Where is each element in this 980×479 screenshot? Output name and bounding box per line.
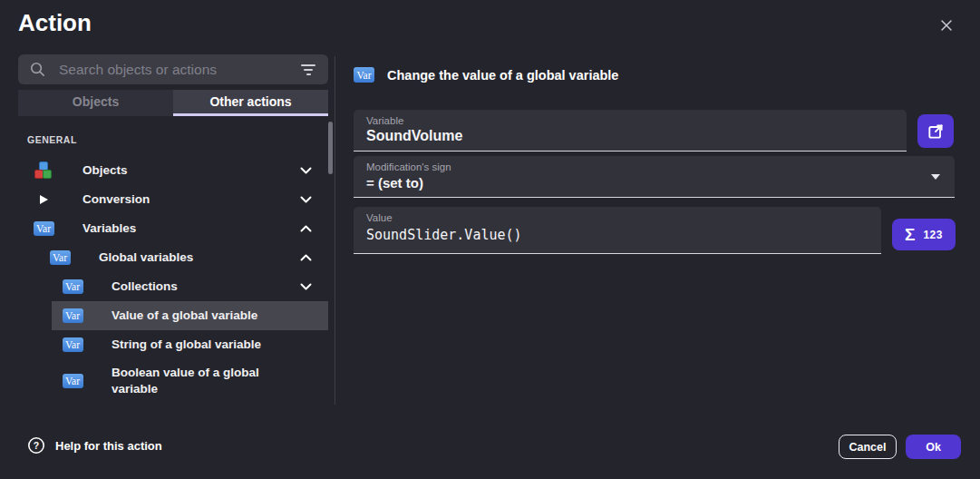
chevron-down-icon[interactable] (300, 196, 312, 203)
tab-other-actions[interactable]: Other actions (173, 90, 328, 116)
tree-item-label: Collections (112, 279, 178, 295)
tree-item-label: String of a global variable (112, 337, 261, 353)
chevron-down-icon[interactable] (300, 283, 312, 290)
var-icon: Var (50, 250, 71, 265)
modification-sign-select[interactable]: Modification's sign = (set to) (354, 156, 955, 198)
tree-item-variables[interactable]: Var Variables (18, 214, 328, 243)
chevron-down-icon[interactable] (300, 167, 312, 174)
variable-input[interactable] (366, 126, 894, 144)
tree-item-label: Conversion (82, 191, 150, 208)
sigma-icon: Σ (905, 226, 915, 243)
help-link[interactable]: ? Help for this action (27, 436, 162, 455)
filter-icon[interactable] (299, 61, 317, 79)
panel-divider (335, 56, 335, 405)
var-icon: Var (354, 67, 374, 83)
search-icon (29, 61, 46, 78)
action-title: Change the value of a global variable (387, 68, 618, 83)
tree-item-value-of-global-variable[interactable]: Var Value of a global variable (18, 301, 328, 330)
variable-field-label: Variable (366, 115, 894, 126)
modification-sign-value: = (set to) (366, 172, 942, 191)
objects-cubes-icon (33, 161, 54, 180)
tree-item-string-of-global-variable[interactable]: Var String of a global variable (18, 330, 328, 359)
scrollbar[interactable] (328, 122, 333, 174)
tab-objects[interactable]: Objects (18, 90, 173, 116)
tree-item-label: Variables (82, 220, 136, 237)
close-button[interactable] (934, 13, 959, 38)
open-variables-button[interactable] (917, 114, 954, 148)
actions-tree: GENERAL Objects Conversion Var Variables… (18, 134, 328, 403)
action-header: Var Change the value of a global variabl… (354, 67, 618, 83)
chevron-up-icon[interactable] (300, 254, 312, 261)
page-title: Action (18, 9, 92, 37)
ok-button[interactable]: Ok (906, 435, 961, 459)
value-expression-input[interactable] (366, 223, 868, 243)
expression-123-label: 123 (923, 229, 943, 241)
tree-item-label: Value of a global variable (112, 308, 257, 324)
value-field: Value (354, 207, 881, 254)
search-bar (18, 54, 328, 84)
expression-builder-button[interactable]: Σ 123 (892, 219, 956, 250)
value-field-label: Value (366, 212, 868, 223)
tree-item-label: Objects (82, 162, 128, 179)
variable-field: Variable (354, 110, 907, 152)
tree-item-conversion[interactable]: Conversion (18, 185, 328, 214)
tab-bar: Objects Other actions (18, 90, 328, 116)
tree-item-objects[interactable]: Objects (18, 156, 328, 185)
close-icon (937, 16, 956, 34)
var-icon: Var (63, 279, 83, 294)
svg-text:?: ? (34, 440, 39, 451)
triangle-right-icon (33, 195, 54, 204)
tree-item-collections[interactable]: Var Collections (18, 272, 328, 301)
section-label: GENERAL (18, 134, 328, 156)
search-input[interactable] (57, 61, 288, 79)
tree-item-label: Boolean value of a global variable (112, 365, 267, 397)
var-icon: Var (34, 221, 54, 236)
cancel-button[interactable]: Cancel (839, 435, 897, 459)
tree-item-global-variables[interactable]: Var Global variables (18, 243, 328, 272)
help-question-icon: ? (27, 436, 45, 455)
var-icon: Var (63, 374, 83, 388)
tree-item-label: Global variables (99, 249, 193, 266)
chevron-up-icon[interactable] (300, 225, 312, 232)
help-label: Help for this action (55, 439, 162, 453)
tree-item-boolean-of-global-variable[interactable]: Var Boolean value of a global variable (18, 359, 328, 403)
dropdown-caret-icon (931, 174, 940, 180)
var-icon: Var (63, 308, 83, 323)
open-in-new-icon (927, 122, 945, 141)
modification-sign-label: Modification's sign (366, 161, 942, 172)
var-icon: Var (63, 337, 83, 352)
